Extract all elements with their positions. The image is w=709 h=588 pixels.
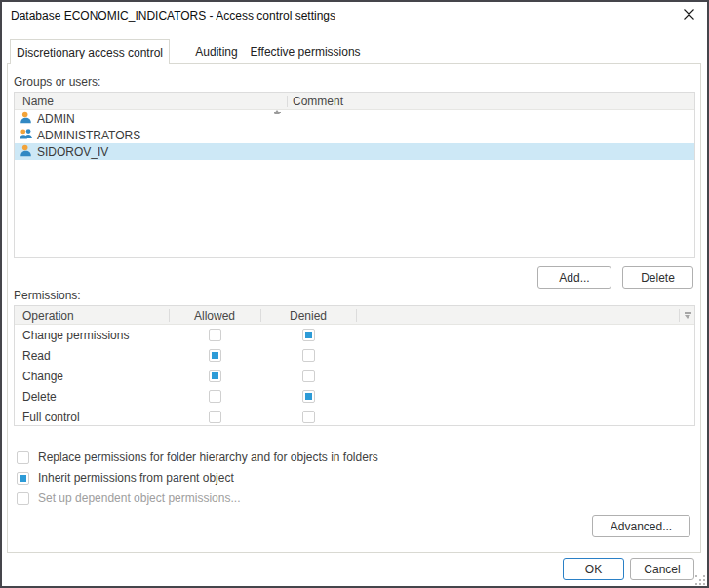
user-name: ADMINISTRATORS xyxy=(37,129,140,142)
user-name: SIDOROV_IV xyxy=(37,145,108,159)
column-separator xyxy=(287,96,288,107)
option-row: Set up dependent object permissions... xyxy=(17,490,240,507)
list-item[interactable]: SIDOROV_IV xyxy=(15,143,694,160)
option-checkbox[interactable] xyxy=(17,451,29,464)
table-row: Delete xyxy=(15,386,694,407)
column-separator xyxy=(356,309,357,322)
close-button[interactable] xyxy=(676,4,701,27)
allowed-checkbox[interactable] xyxy=(209,411,221,423)
permissions-table: Operation Allowed Denied Change permissi… xyxy=(14,305,695,426)
list-header[interactable]: Name Comment xyxy=(15,93,694,110)
sort-ascending-icon xyxy=(274,97,281,113)
name-column-header[interactable]: Name xyxy=(22,95,54,108)
list-item[interactable]: ADMINISTRATORS xyxy=(15,127,694,143)
user-icon xyxy=(20,144,37,160)
denied-checkbox[interactable] xyxy=(302,411,315,423)
user-name: ADMIN xyxy=(37,112,75,126)
close-icon xyxy=(683,7,695,24)
ok-button[interactable]: OK xyxy=(563,558,624,580)
allowed-checkbox[interactable] xyxy=(209,329,221,341)
denied-checkbox[interactable] xyxy=(302,390,315,403)
resize-grip[interactable] xyxy=(695,575,706,586)
comment-column-header[interactable]: Comment xyxy=(293,95,343,108)
allowed-checkbox[interactable] xyxy=(209,370,221,382)
tab-discretionary-access-control[interactable]: Discretionary access control xyxy=(10,39,170,64)
permissions-label: Permissions: xyxy=(14,289,81,302)
operation-label: Full control xyxy=(22,411,80,424)
denied-checkbox[interactable] xyxy=(302,349,315,362)
dialog-title: Database ECONOMIC_INDICATORS - Access co… xyxy=(11,9,335,22)
access-control-dialog: Database ECONOMIC_INDICATORS - Access co… xyxy=(0,0,709,588)
table-row: Change permissions xyxy=(15,325,694,345)
option-label: Set up dependent object permissions... xyxy=(38,491,240,505)
operation-label: Change xyxy=(22,370,63,383)
option-checkbox[interactable] xyxy=(17,472,29,485)
table-row: Full control xyxy=(15,407,694,427)
option-label: Inherit permissions from parent object xyxy=(38,471,234,485)
allowed-column-header[interactable]: Allowed xyxy=(169,309,260,323)
operation-label: Delete xyxy=(22,390,57,404)
list-item[interactable]: ADMIN xyxy=(15,110,694,127)
option-checkbox[interactable] xyxy=(17,492,29,505)
denied-checkbox[interactable] xyxy=(302,370,315,382)
groups-or-users-label: Groups or users: xyxy=(14,75,100,89)
allowed-checkbox[interactable] xyxy=(209,349,221,362)
user-rows: ADMINADMINISTRATORSSIDOROV_IV xyxy=(15,110,694,160)
delete-button[interactable]: Delete xyxy=(622,266,693,289)
operation-label: Read xyxy=(22,349,51,363)
option-row: Inherit permissions from parent object xyxy=(17,469,234,487)
group-icon xyxy=(20,128,37,143)
operation-column-header[interactable]: Operation xyxy=(22,309,74,323)
advanced-button[interactable]: Advanced... xyxy=(592,515,690,537)
option-label: Replace permissions for folder hierarchy… xyxy=(38,451,378,464)
user-icon xyxy=(20,111,37,127)
operation-label: Change permissions xyxy=(22,329,129,342)
column-separator xyxy=(679,309,680,322)
table-row: Read xyxy=(15,345,694,366)
filter-dropdown-icon[interactable] xyxy=(685,312,691,319)
add-button[interactable]: Add... xyxy=(537,266,611,289)
tab-effective-permissions[interactable]: Effective permissions xyxy=(242,39,369,64)
permission-rows: Change permissionsReadChangeDeleteFull c… xyxy=(15,325,694,427)
denied-column-header[interactable]: Denied xyxy=(260,309,356,323)
option-row: Replace permissions for folder hierarchy… xyxy=(17,449,378,466)
permissions-header[interactable]: Operation Allowed Denied xyxy=(15,306,694,325)
cancel-button[interactable]: Cancel xyxy=(630,558,694,580)
allowed-checkbox[interactable] xyxy=(209,390,221,403)
groups-users-list: Name Comment ADMINADMINISTRATORSSIDOROV_… xyxy=(14,92,695,258)
table-row: Change xyxy=(15,366,694,386)
denied-checkbox[interactable] xyxy=(302,329,315,341)
